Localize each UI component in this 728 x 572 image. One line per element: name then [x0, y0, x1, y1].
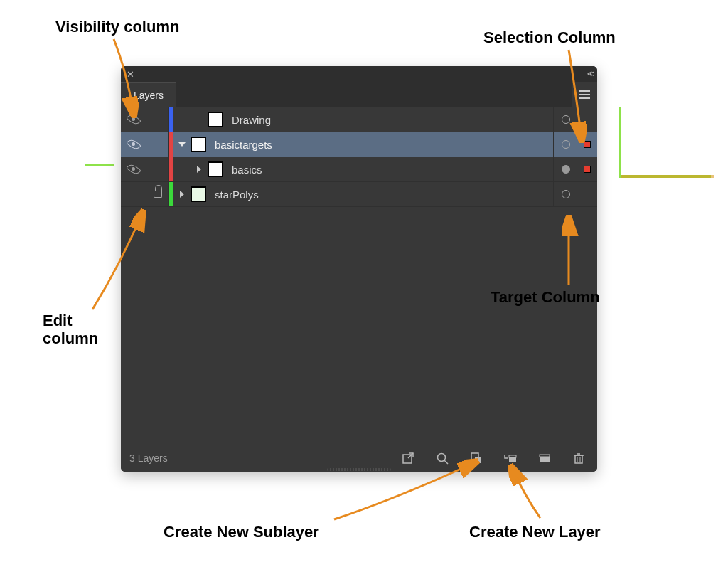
tab-layers[interactable]: Layers: [121, 82, 176, 107]
tab-label: Layers: [134, 90, 164, 101]
target-icon: [562, 165, 570, 174]
trash-icon: [572, 452, 585, 465]
layer-name[interactable]: basictargets: [210, 139, 553, 151]
annotation-visibility: Visibility column: [55, 18, 179, 36]
lock-toggle[interactable]: [146, 182, 169, 206]
new-sublayer-icon: [503, 452, 518, 465]
selection-indicator[interactable]: [577, 132, 597, 157]
chevron-down-icon: [178, 142, 186, 147]
target-icon: [562, 115, 570, 124]
new-sublayer-button[interactable]: [500, 448, 520, 468]
layer-row[interactable]: basictargets: [121, 132, 597, 157]
annotation-edit: Edit column: [43, 312, 98, 348]
layer-color-strip: [169, 157, 173, 181]
expand-toggle: [191, 107, 208, 132]
expand-toggle[interactable]: [173, 132, 191, 157]
target-icon: [562, 190, 570, 198]
layer-row[interactable]: Drawing: [121, 107, 597, 132]
new-layer-icon: [538, 452, 551, 465]
clip-mask-button[interactable]: [466, 448, 486, 468]
visibility-toggle[interactable]: [121, 157, 146, 181]
selection-swatch: [584, 141, 591, 148]
layer-row[interactable]: starPolys: [121, 182, 597, 207]
panel-tabstrip: Layers: [121, 82, 597, 107]
visibility-toggle[interactable]: [121, 107, 146, 132]
annotation-selection: Selection Column: [483, 28, 616, 47]
panel-menu-button[interactable]: [572, 82, 597, 107]
layer-name[interactable]: Drawing: [228, 114, 553, 126]
eye-icon: [127, 115, 140, 124]
eye-icon: [127, 140, 140, 149]
locate-icon: [436, 452, 449, 465]
svg-point-1: [438, 454, 446, 462]
canvas-fragment-right: [619, 107, 711, 178]
panel-titlebar: ✕ <<: [121, 66, 597, 82]
target-button[interactable]: [553, 132, 577, 157]
resize-grip[interactable]: [121, 468, 597, 472]
layer-thumbnail: [208, 112, 223, 127]
annotation-newlayer: Create New Layer: [469, 523, 601, 541]
layer-name[interactable]: starPolys: [210, 189, 553, 201]
canvas-fragment-left: [85, 164, 114, 166]
locate-button[interactable]: [432, 448, 452, 468]
layer-thumbnail: [191, 186, 206, 202]
target-button[interactable]: [553, 107, 577, 132]
visibility-toggle[interactable]: [121, 132, 146, 157]
annotation-target: Target Column: [491, 288, 600, 307]
selection-indicator[interactable]: [577, 107, 597, 132]
selection-indicator[interactable]: [577, 157, 597, 181]
svg-line-2: [444, 460, 448, 464]
export-button[interactable]: [398, 448, 418, 468]
target-button[interactable]: [553, 157, 577, 181]
layer-rows: DrawingbasictargetsbasicsstarPolys: [121, 107, 597, 445]
lock-toggle[interactable]: [146, 157, 169, 181]
expand-toggle[interactable]: [173, 182, 191, 206]
visibility-toggle[interactable]: [121, 182, 146, 206]
svg-rect-6: [509, 455, 516, 457]
hamburger-icon: [579, 90, 590, 99]
close-icon[interactable]: ✕: [127, 69, 134, 80]
target-button[interactable]: [553, 182, 577, 206]
layers-panel: ✕ << Layers Drawingbasictargetsbasicssta…: [121, 66, 597, 472]
layer-color-strip: [169, 107, 173, 132]
collapse-icon[interactable]: <<: [587, 69, 592, 79]
clip-mask-icon: [470, 452, 483, 465]
svg-rect-9: [575, 455, 582, 463]
layer-thumbnail: [208, 161, 223, 177]
lock-toggle[interactable]: [146, 107, 169, 132]
expand-toggle[interactable]: [191, 157, 208, 181]
new-layer-button[interactable]: [535, 448, 555, 468]
layer-name[interactable]: basics: [228, 164, 553, 176]
layer-thumbnail: [191, 137, 206, 152]
eye-icon: [127, 165, 140, 174]
chevron-right-icon: [197, 166, 201, 173]
annotation-sublayer: Create New Sublayer: [164, 523, 319, 541]
chevron-right-icon: [180, 191, 184, 198]
lock-icon: [154, 191, 162, 198]
selection-swatch: [584, 166, 591, 173]
delete-button[interactable]: [569, 448, 589, 468]
lock-toggle[interactable]: [146, 132, 169, 157]
export-icon: [402, 452, 414, 465]
svg-rect-8: [540, 455, 550, 457]
layer-row[interactable]: basics: [121, 157, 597, 182]
svg-rect-4: [475, 457, 481, 463]
target-icon: [562, 140, 570, 149]
selection-indicator[interactable]: [577, 182, 597, 206]
footer-status: 3 Layers: [129, 452, 168, 464]
